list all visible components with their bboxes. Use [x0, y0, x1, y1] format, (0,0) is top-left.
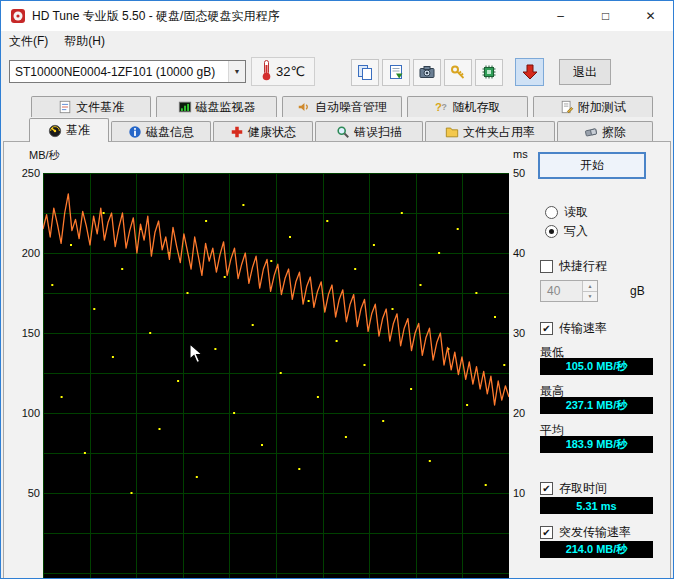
- access-time-label: 存取时间: [559, 480, 607, 497]
- y-tick-left-100: 100: [13, 407, 40, 419]
- y-axis-right-ticks: 5040302010: [513, 167, 540, 507]
- maximize-button[interactable]: □: [583, 1, 628, 31]
- write-radio[interactable]: 写入: [545, 223, 588, 240]
- tab-error-scan[interactable]: 错误扫描: [315, 121, 423, 142]
- y-axis-left-label: MB/秒: [29, 148, 60, 163]
- gauge-icon: [48, 124, 62, 138]
- keys-button[interactable]: [444, 59, 472, 86]
- tab-label: 错误扫描: [354, 124, 402, 141]
- temperature-indicator: 32℃: [251, 57, 315, 86]
- tab-disk-monitor[interactable]: 磁盘监视器: [156, 96, 276, 117]
- tab-row-primary: 基准 磁盘信息 健康状态 错误扫描 文件夹占用率 擦除: [29, 118, 659, 142]
- exit-button[interactable]: 退出: [559, 59, 611, 85]
- camera-icon: [419, 64, 435, 80]
- menu-file[interactable]: 文件(F): [1, 31, 56, 52]
- min-speed-display: 105.0 MB/秒: [540, 358, 653, 375]
- tab-random-access[interactable]: ?? 随机存取: [407, 96, 527, 117]
- tab-label: 健康状态: [248, 124, 296, 141]
- short-stroke-size-stepper[interactable]: 40: [540, 280, 598, 302]
- stepper-arrows[interactable]: [582, 281, 597, 301]
- stepper-up-icon[interactable]: [583, 281, 597, 292]
- copy-text-button[interactable]: [382, 59, 410, 86]
- tab-disk-info[interactable]: 磁盘信息: [111, 121, 211, 142]
- access-time-checkbox[interactable]: 存取时间: [540, 480, 607, 497]
- svg-text:?: ?: [442, 102, 447, 112]
- radio-circle: [545, 225, 558, 238]
- toolbar-buttons: 退出: [351, 58, 611, 86]
- chip-icon: [481, 64, 497, 80]
- document-pencil-icon: [560, 100, 574, 114]
- start-button[interactable]: 开始: [538, 152, 646, 179]
- menu-help[interactable]: 帮助(H): [56, 31, 113, 52]
- max-speed-display: 237.1 MB/秒: [540, 397, 653, 414]
- tab-label: 文件夹占用率: [463, 124, 535, 141]
- tab-benchmark[interactable]: 基准: [29, 118, 109, 142]
- tab-label: 文件基准: [76, 99, 124, 116]
- toolbar: ST10000NE0004-1ZF101 (10000 gB) 32℃: [1, 52, 673, 94]
- menubar: 文件(F) 帮助(H): [1, 31, 673, 52]
- keys-icon: [450, 64, 466, 80]
- copy-image-button[interactable]: [351, 59, 379, 86]
- drive-select-value: ST10000NE0004-1ZF101 (10000 gB): [15, 65, 228, 79]
- hdtune-window: HD Tune 专业版 5.50 - 硬盘/固态硬盘实用程序 – □ ✕ 文件(…: [0, 0, 674, 579]
- thermometer-icon: [261, 59, 272, 84]
- tab-label: 基准: [66, 122, 90, 139]
- tab-file-benchmark[interactable]: 文件基准: [31, 96, 151, 117]
- speaker-icon: [297, 100, 311, 114]
- magnifier-icon: [336, 125, 350, 139]
- checkbox-box: [540, 482, 553, 495]
- y-tick-right-20: 20: [513, 407, 540, 419]
- temperature-value: 32℃: [276, 64, 305, 79]
- y-tick-right-10: 10: [513, 487, 540, 499]
- tab-label: 磁盘监视器: [196, 99, 256, 116]
- transfer-rate-checkbox[interactable]: 传输速率: [540, 320, 607, 337]
- tab-erase[interactable]: 擦除: [557, 121, 653, 142]
- close-button[interactable]: ✕: [628, 1, 673, 31]
- chip-button[interactable]: [475, 59, 503, 86]
- short-stroke-label: 快捷行程: [559, 258, 607, 275]
- tab-label: 自动噪音管理: [315, 99, 387, 116]
- disk-monitor-icon: [178, 100, 192, 114]
- short-stroke-unit-label: gB: [630, 284, 645, 298]
- checkbox-box: [540, 322, 553, 335]
- window-controls: – □ ✕: [538, 1, 673, 31]
- benchmark-chart: [43, 173, 509, 579]
- burst-rate-display: 214.0 MB/秒: [540, 541, 653, 558]
- folder-icon: [445, 125, 459, 139]
- transfer-rate-label: 传输速率: [559, 320, 607, 337]
- tab-label: 擦除: [602, 124, 626, 141]
- drive-select[interactable]: ST10000NE0004-1ZF101 (10000 gB): [9, 60, 246, 83]
- tab-health[interactable]: 健康状态: [213, 121, 313, 142]
- checkbox-box: [540, 526, 553, 539]
- y-tick-left-200: 200: [13, 247, 40, 259]
- file-benchmark-icon: [58, 100, 72, 114]
- tab-aam[interactable]: 自动噪音管理: [282, 96, 402, 117]
- read-radio-label: 读取: [564, 204, 588, 221]
- y-axis-right-label: ms: [513, 148, 528, 160]
- app-icon: [10, 8, 26, 24]
- tab-row-secondary: 文件基准 磁盘监视器 自动噪音管理 ?? 随机存取 附加测试: [31, 96, 653, 117]
- y-tick-left-150: 150: [13, 327, 40, 339]
- tab-label: 附加测试: [578, 99, 626, 116]
- minimize-button[interactable]: –: [538, 1, 583, 31]
- read-radio[interactable]: 读取: [545, 204, 588, 221]
- y-tick-right-50: 50: [513, 167, 540, 179]
- burst-rate-checkbox[interactable]: 突发传输速率: [540, 524, 631, 541]
- short-stroke-checkbox[interactable]: 快捷行程: [540, 258, 607, 275]
- stepper-down-icon[interactable]: [583, 292, 597, 302]
- chevron-down-icon[interactable]: [228, 61, 245, 82]
- y-tick-left-250: 250: [13, 167, 40, 179]
- red-down-arrow-icon: [521, 63, 539, 81]
- tab-extra-tests[interactable]: 附加测试: [533, 96, 653, 117]
- avg-speed-display: 183.9 MB/秒: [540, 436, 653, 453]
- screenshot-button[interactable]: [413, 59, 441, 86]
- copy-text-icon: [388, 64, 404, 80]
- tab-label: 随机存取: [452, 99, 500, 116]
- access-time-display: 5.31 ms: [540, 497, 653, 514]
- y-tick-right-30: 30: [513, 327, 540, 339]
- tab-folder-usage[interactable]: 文件夹占用率: [425, 121, 555, 142]
- write-radio-label: 写入: [564, 223, 588, 240]
- titlebar: HD Tune 专业版 5.50 - 硬盘/固态硬盘实用程序 – □ ✕: [1, 1, 673, 31]
- eject-drive-button[interactable]: [515, 58, 544, 86]
- window-title: HD Tune 专业版 5.50 - 硬盘/固态硬盘实用程序: [32, 8, 279, 25]
